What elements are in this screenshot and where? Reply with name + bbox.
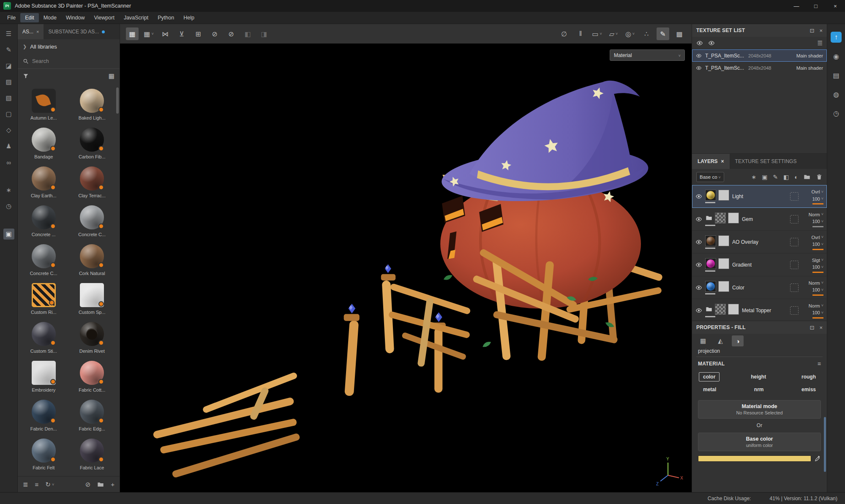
effects-tool-icon[interactable]: ∗ [3, 185, 14, 196]
asset-item[interactable]: Fabric Cott... [68, 357, 117, 396]
search-input[interactable] [32, 58, 114, 64]
asset-item[interactable]: Baked Ligh... [68, 85, 117, 124]
layer-row[interactable]: AO Overlay Ovrl 100 [692, 231, 827, 253]
folder-icon[interactable] [97, 481, 104, 488]
particles-icon[interactable]: ∴ [640, 27, 653, 40]
triplanar-projection-icon[interactable]: ◭ [714, 335, 726, 346]
tiles-options-icon[interactable]: ▦ [142, 27, 155, 40]
maximize-button[interactable]: □ [806, 0, 826, 12]
asset-item[interactable]: Concrete ... [19, 202, 68, 240]
history-icon[interactable]: ◷ [831, 108, 842, 119]
hide-stencil-icon[interactable]: ∅ [558, 27, 570, 40]
material-thumbnail[interactable] [80, 205, 104, 229]
asset-item[interactable]: Cork Natural [68, 240, 117, 279]
detach-panel-icon[interactable]: ⊡ [810, 324, 815, 331]
layer-mask-thumbnail[interactable] [718, 235, 729, 246]
mirror-right-icon[interactable]: ◨ [258, 27, 270, 40]
layer-visibility-icon[interactable] [695, 193, 702, 200]
material-thumbnail[interactable] [32, 128, 56, 152]
eyedropper-icon[interactable] [815, 455, 821, 462]
channel-nrm-button[interactable]: nrm [750, 385, 768, 394]
add-fill-layer-icon[interactable]: ◧ [783, 174, 789, 180]
layer-visibility-icon[interactable] [695, 284, 702, 291]
opacity-dropdown[interactable]: 100 [801, 196, 823, 203]
menu-icon[interactable]: ☰ [3, 28, 14, 39]
base-color-button[interactable]: Base color uniform color [698, 433, 821, 451]
frame-all-icon[interactable]: ⊞ [192, 27, 204, 40]
close-panel-icon[interactable]: × [819, 27, 823, 34]
overlay-off-icon[interactable]: ⊘ [208, 27, 221, 40]
asset-item[interactable]: Concrete C... [68, 202, 117, 240]
close-button[interactable]: × [826, 0, 845, 12]
asset-item[interactable]: Autumn Le... [19, 85, 68, 124]
tab-close-icon[interactable]: × [36, 29, 39, 34]
filter-funnel-icon[interactable] [23, 73, 29, 79]
channel-color-button[interactable]: color [699, 372, 720, 381]
stack-view-icon[interactable]: ≡ [35, 481, 39, 488]
blend-mode-dropdown[interactable]: Slgt [801, 257, 823, 264]
asset-item[interactable]: Fabric Felt [19, 435, 68, 474]
texture-set-row[interactable]: T_PSA_ItemSc... 2048x2048 Main shader [692, 62, 827, 74]
asset-item[interactable]: Custom Sp... [68, 279, 117, 318]
import-list-icon[interactable]: ≣ [23, 481, 28, 488]
eye-icon[interactable] [696, 53, 702, 59]
asset-item[interactable]: Bandage [19, 124, 68, 163]
close-panel-icon[interactable]: × [819, 324, 823, 331]
material-thumbnail[interactable] [80, 166, 104, 191]
layer-material-slot[interactable] [790, 215, 799, 223]
opacity-dropdown[interactable]: 100 [801, 264, 823, 271]
paint-tool-icon[interactable]: ✎ [3, 44, 14, 55]
uv-projection-icon[interactable]: ▦ [697, 335, 709, 346]
chain-tool-icon[interactable]: ∞ [3, 157, 14, 168]
texture-set-row[interactable]: T_PSA_ItemSc... 2048x2048 Main shader [692, 49, 827, 62]
detach-panel-icon[interactable]: ⊡ [810, 27, 815, 34]
uv-tiles-icon[interactable]: ▦ [126, 27, 139, 40]
shader-mode-dropdown[interactable]: Material [610, 49, 685, 61]
asset-item[interactable]: Fabric Den... [19, 396, 68, 435]
layer-content-thumbnail[interactable] [705, 235, 716, 246]
material-thumbnail[interactable] [32, 166, 56, 191]
material-thumbnail[interactable] [80, 322, 104, 346]
material-mode-button[interactable]: Material mode No Resource Selected [698, 400, 821, 419]
layer-row[interactable]: Gradient Slgt 100 [692, 253, 827, 276]
minimize-button[interactable]: — [787, 0, 806, 12]
add-mask-icon[interactable]: ▣ [762, 174, 767, 180]
opacity-dropdown[interactable]: 100 [801, 241, 823, 248]
layer-mask-thumbnail[interactable] [718, 258, 729, 269]
channel-height-button[interactable]: height [747, 372, 770, 381]
material-thumbnail[interactable] [32, 89, 56, 113]
resources-icon[interactable]: ◍ [831, 89, 842, 100]
viewport-3d-canvas[interactable]: Material Y X Z [120, 44, 692, 492]
base-color-swatch[interactable] [698, 455, 811, 462]
fill-projection-icon[interactable]: ◑ [732, 335, 744, 346]
opacity-dropdown[interactable]: 100 [801, 218, 823, 225]
log-icon[interactable]: ▤ [831, 70, 842, 81]
material-thumbnail[interactable] [32, 400, 56, 424]
menu-edit[interactable]: Edit [20, 13, 39, 22]
grid-view-icon[interactable]: ▦ [109, 72, 114, 80]
asset-item[interactable]: Custom Ri... [19, 279, 68, 318]
libraries-selector[interactable]: ❯ All libraries [18, 39, 120, 54]
pen-pressure-icon[interactable]: ✎ [657, 27, 669, 40]
eye-icon[interactable] [696, 65, 702, 71]
layer-content-thumbnail[interactable] [715, 212, 726, 223]
layer-visibility-icon[interactable] [695, 239, 702, 245]
link-off-icon[interactable]: ⊘ [85, 481, 91, 488]
material-thumbnail[interactable] [80, 283, 104, 307]
layer-visibility-icon[interactable] [695, 307, 702, 314]
menu-python[interactable]: Python [153, 13, 179, 22]
layer-material-slot[interactable] [790, 283, 799, 292]
layer-row[interactable]: Gem Norm 100 [692, 208, 827, 231]
mirror-left-icon[interactable]: ◧ [241, 27, 254, 40]
material-thumbnail[interactable] [80, 89, 104, 113]
layer-content-thumbnail[interactable] [705, 190, 716, 201]
folder-icon[interactable] [705, 215, 713, 221]
asset-item[interactable]: Concrete C... [19, 240, 68, 279]
menu-window[interactable]: Window [61, 13, 89, 22]
material-thumbnail[interactable] [32, 283, 56, 307]
material-thumbnail[interactable] [32, 205, 56, 229]
add-resource-icon[interactable]: + [111, 481, 114, 488]
show-all-eye-icon[interactable] [696, 40, 703, 46]
tab-assets[interactable]: AS... × [18, 24, 44, 39]
material-thumbnail[interactable] [80, 361, 104, 385]
